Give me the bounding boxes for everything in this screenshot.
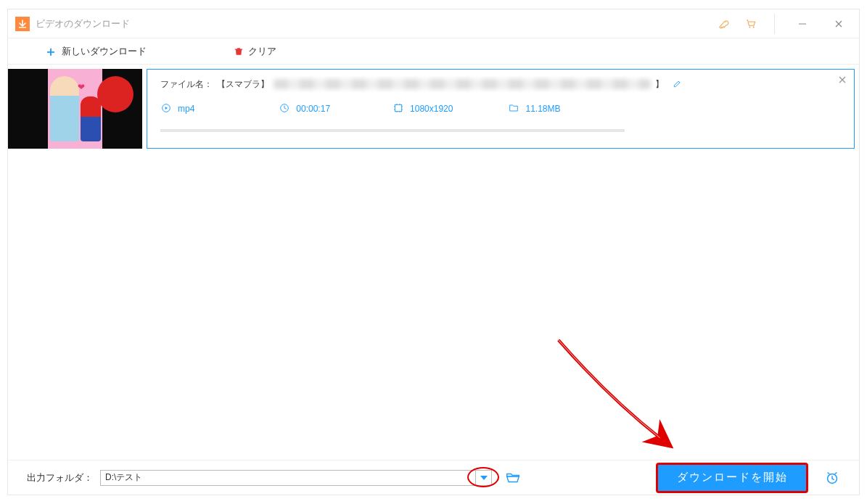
resolution-value: 1080x1920 <box>410 104 453 114</box>
metadata-row: mp4 00:00:17 1080x1920 <box>160 102 841 116</box>
output-folder-dropdown-button[interactable] <box>475 471 491 485</box>
filename-redacted <box>274 79 651 89</box>
filename-label: ファイル名： <box>160 78 213 91</box>
output-folder-input[interactable] <box>101 471 475 485</box>
output-folder-label: 出力フォルダ： <box>27 471 93 484</box>
clock-icon <box>279 102 290 116</box>
edit-filename-icon[interactable] <box>673 78 683 91</box>
duration-value: 00:00:17 <box>296 104 330 114</box>
filesize-info: 11.18MB <box>508 102 560 116</box>
svg-rect-5 <box>235 49 243 49</box>
title-bar: ビデオのダウンロード <box>8 9 859 38</box>
resolution-icon <box>393 102 404 116</box>
output-folder-select[interactable] <box>100 470 492 486</box>
filesize-icon <box>508 102 519 116</box>
svg-rect-8 <box>395 104 401 111</box>
footer: 出力フォルダ： ダウンロードを開始 <box>8 460 859 495</box>
filename-suffix: 】 <box>655 78 664 91</box>
app-logo-icon <box>15 17 30 31</box>
format-icon <box>160 102 172 116</box>
new-download-button[interactable]: ＋ 新しいダウンロード <box>44 45 147 58</box>
format-info: mp4 <box>160 102 194 116</box>
cart-icon[interactable] <box>742 15 760 33</box>
filename-row: ファイル名： 【スマブラ】 】 <box>160 77 841 91</box>
app-window: ビデオのダウンロード ＋ 新しいダウンロード <box>7 9 860 495</box>
key-icon[interactable] <box>715 15 732 33</box>
download-item-card: ファイル名： 【スマブラ】 】 mp4 <box>147 69 855 149</box>
plus-icon: ＋ <box>44 45 57 58</box>
progress-bar <box>160 129 625 132</box>
filesize-value: 11.18MB <box>525 104 560 114</box>
start-download-label: ダウンロードを開始 <box>677 471 788 484</box>
clear-button[interactable]: クリア <box>234 45 276 58</box>
svg-rect-4 <box>799 23 806 24</box>
video-thumbnail[interactable]: ❤ <box>8 69 142 149</box>
download-item: ❤ ファイル名： 【スマブラ】 】 <box>8 69 855 149</box>
new-download-label: 新しいダウンロード <box>62 45 147 58</box>
content-area: ❤ ファイル名： 【スマブラ】 】 <box>8 65 859 460</box>
chevron-down-icon <box>480 476 488 480</box>
duration-info: 00:00:17 <box>279 102 330 116</box>
svg-point-3 <box>753 26 755 28</box>
filename-prefix: 【スマブラ】 <box>217 78 269 91</box>
clear-label: クリア <box>248 45 276 58</box>
resolution-info: 1080x1920 <box>393 102 453 116</box>
format-value: mp4 <box>178 104 194 114</box>
scheduler-icon[interactable] <box>824 470 840 486</box>
minimize-button[interactable] <box>789 12 815 36</box>
trash-icon <box>234 46 244 57</box>
svg-rect-0 <box>19 27 26 28</box>
svg-point-2 <box>749 26 751 28</box>
toolbar: ＋ 新しいダウンロード クリア <box>8 38 859 65</box>
titlebar-right-icons <box>715 12 852 36</box>
open-folder-button[interactable] <box>505 470 521 486</box>
heart-icon: ❤ <box>78 82 85 92</box>
remove-item-button[interactable] <box>838 74 847 87</box>
start-download-button[interactable]: ダウンロードを開始 <box>656 463 808 493</box>
window-title: ビデオのダウンロード <box>36 17 130 30</box>
close-button[interactable] <box>826 12 852 36</box>
svg-point-1 <box>725 21 726 22</box>
